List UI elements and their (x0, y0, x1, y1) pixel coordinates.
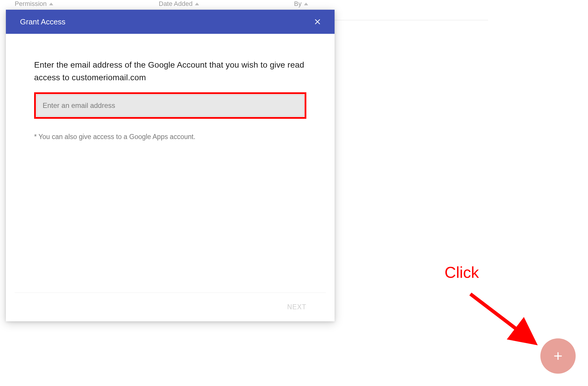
dialog-header: Grant Access (6, 10, 335, 34)
dialog-footer: NEXT (15, 293, 326, 321)
sort-arrow-icon (49, 3, 53, 5)
close-button[interactable] (312, 16, 323, 28)
col-permission-label: Permission (15, 0, 47, 8)
sort-arrow-icon (195, 3, 199, 5)
svg-line-1 (470, 294, 532, 341)
add-fab-button[interactable] (540, 338, 576, 374)
background-table-header: Permission Date Added By (0, 0, 488, 9)
col-by[interactable]: By (294, 0, 308, 8)
sort-arrow-icon (304, 3, 308, 5)
annotation-arrow-icon (465, 288, 547, 353)
grant-access-dialog: Grant Access Enter the email address of … (6, 10, 335, 321)
email-input[interactable] (36, 95, 304, 116)
col-permission[interactable]: Permission (15, 0, 53, 8)
dialog-title: Grant Access (20, 17, 66, 26)
annotation-click-label: Click (445, 263, 479, 281)
col-by-label: By (294, 0, 302, 8)
col-date-added-label: Date Added (159, 0, 193, 8)
dialog-prompt: Enter the email address of the Google Ac… (34, 59, 306, 84)
plus-icon (552, 350, 564, 362)
col-date-added[interactable]: Date Added (159, 0, 199, 8)
dialog-note: * You can also give access to a Google A… (34, 133, 306, 141)
next-button[interactable]: NEXT (285, 299, 308, 315)
email-highlight (34, 92, 306, 119)
dialog-body: Enter the email address of the Google Ac… (6, 34, 335, 293)
close-icon (313, 17, 322, 26)
